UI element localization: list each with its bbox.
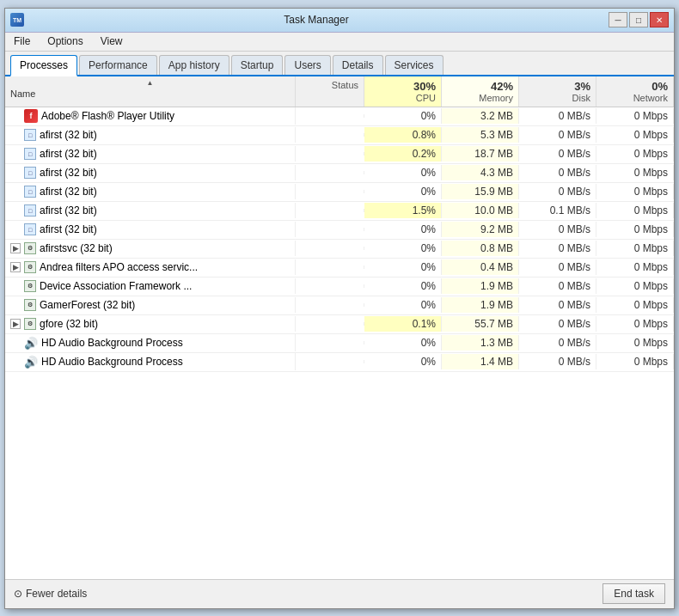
tab-services[interactable]: Services	[385, 55, 443, 75]
network-pct: 0%	[602, 80, 668, 93]
disk-cell: 0 MB/s	[519, 146, 596, 162]
table-row[interactable]: □ afirst (32 bit) 1.5% 10.0 MB 0.1 MB/s …	[5, 202, 674, 221]
app-icon: □	[24, 148, 36, 160]
network-cell: 0 Mbps	[596, 203, 674, 218]
audio-icon: 🔊	[24, 336, 38, 350]
process-name: Device Association Framework ...	[40, 280, 192, 292]
status-cell	[296, 265, 364, 269]
end-task-button[interactable]: End task	[603, 583, 665, 604]
table-row[interactable]: ▶ ⚙ gfore (32 bit) 0.1% 55.7 MB 0 MB/s 0…	[5, 315, 674, 334]
disk-cell: 0 MB/s	[519, 297, 596, 313]
disk-cell: 0 MB/s	[519, 165, 596, 180]
tab-details[interactable]: Details	[333, 55, 383, 75]
process-name-cell: ▶ ⚙ afirstsvc (32 bit)	[5, 241, 296, 256]
service-icon: ⚙	[24, 299, 36, 311]
table-row[interactable]: ▶ ⚙ Andrea filters APO access servic... …	[5, 259, 674, 278]
process-name-cell: 🔊 HD Audio Background Process	[5, 334, 296, 351]
process-name-cell: ⚙ Device Association Framework ...	[5, 278, 296, 294]
table-row[interactable]: □ afirst (32 bit) 0% 9.2 MB 0 MB/s 0 Mbp…	[5, 221, 674, 240]
process-name: afirst (32 bit)	[40, 129, 97, 141]
status-cell	[296, 190, 364, 193]
table-row[interactable]: f Adobe® Flash® Player Utility 0% 3.2 MB…	[5, 107, 674, 126]
disk-cell: 0.1 MB/s	[519, 203, 596, 218]
process-name: afirst (32 bit)	[40, 223, 97, 235]
network-cell: 0 Mbps	[596, 184, 674, 199]
cpu-cell: 0.8%	[364, 127, 442, 143]
column-header-status[interactable]: Status	[296, 76, 364, 107]
network-cell: 0 Mbps	[596, 297, 674, 313]
tab-processes[interactable]: Processes	[10, 55, 77, 76]
table-row[interactable]: □ afirst (32 bit) 0.8% 5.3 MB 0 MB/s 0 M…	[5, 126, 674, 145]
process-name: Andrea filters APO access servic...	[40, 261, 198, 273]
network-cell: 0 Mbps	[596, 316, 674, 332]
expand-button[interactable]: ▶	[10, 319, 21, 329]
process-name: GamerForest (32 bit)	[40, 299, 135, 311]
memory-cell: 55.7 MB	[442, 316, 519, 332]
window-controls: ─ □ ✕	[609, 12, 669, 27]
table-row[interactable]: 🔊 HD Audio Background Process 0% 1.3 MB …	[5, 334, 674, 353]
table-row[interactable]: 🔊 HD Audio Background Process 0% 1.4 MB …	[5, 353, 674, 372]
cpu-pct: 30%	[370, 80, 436, 93]
tab-performance[interactable]: Performance	[79, 55, 157, 75]
cpu-cell: 0%	[364, 335, 442, 351]
table-row[interactable]: □ afirst (32 bit) 0.2% 18.7 MB 0 MB/s 0 …	[5, 145, 674, 164]
table-row[interactable]: ▶ ⚙ afirstsvc (32 bit) 0% 0.8 MB 0 MB/s …	[5, 240, 674, 259]
column-header-memory[interactable]: 42% Memory	[442, 76, 519, 107]
disk-cell: 0 MB/s	[519, 184, 596, 199]
process-name-cell: □ afirst (32 bit)	[5, 165, 296, 180]
table-row[interactable]: □ afirst (32 bit) 0% 4.3 MB 0 MB/s 0 Mbp…	[5, 164, 674, 183]
service-icon: ⚙	[24, 261, 36, 273]
cpu-cell: 0.1%	[364, 316, 442, 332]
table-body: f Adobe® Flash® Player Utility 0% 3.2 MB…	[5, 107, 674, 579]
tab-users[interactable]: Users	[284, 55, 330, 75]
process-table: ▲ Name Status 30% CPU 42% Memory 3% Disk…	[5, 76, 674, 579]
tab-startup[interactable]: Startup	[231, 55, 284, 75]
name-column-label: Name	[10, 87, 290, 99]
table-row[interactable]: ⚙ Device Association Framework ... 0% 1.…	[5, 278, 674, 296]
service-icon: ⚙	[24, 318, 36, 330]
menu-options[interactable]: Options	[44, 34, 86, 49]
process-name-cell: ▶ ⚙ gfore (32 bit)	[5, 316, 296, 332]
process-name: afirst (32 bit)	[40, 186, 97, 198]
column-header-network[interactable]: 0% Network	[596, 76, 674, 107]
process-name: afirst (32 bit)	[40, 167, 97, 179]
status-cell	[296, 133, 364, 137]
maximize-button[interactable]: □	[629, 12, 648, 27]
process-name-cell: f Adobe® Flash® Player Utility	[5, 107, 296, 125]
menu-bar: File Options View	[5, 33, 674, 52]
memory-cell: 0.8 MB	[442, 241, 519, 256]
disk-pct: 3%	[524, 80, 590, 93]
fewer-details-button[interactable]: ⊙ Fewer details	[14, 588, 87, 600]
menu-view[interactable]: View	[97, 34, 126, 49]
disk-cell: 0 MB/s	[519, 108, 596, 124]
process-name-cell: ▶ ⚙ Andrea filters APO access servic...	[5, 259, 296, 275]
process-name: afirst (32 bit)	[40, 148, 97, 160]
menu-file[interactable]: File	[10, 34, 34, 49]
column-header-cpu[interactable]: 30% CPU	[364, 76, 442, 107]
audio-icon: 🔊	[24, 355, 38, 369]
disk-cell: 0 MB/s	[519, 259, 596, 275]
column-header-disk[interactable]: 3% Disk	[519, 76, 596, 107]
table-row[interactable]: ⚙ GamerForest (32 bit) 0% 1.9 MB 0 MB/s …	[5, 296, 674, 315]
status-cell	[296, 247, 364, 250]
expand-button[interactable]: ▶	[10, 243, 21, 253]
memory-cell: 15.9 MB	[442, 184, 519, 199]
disk-cell: 0 MB/s	[519, 354, 596, 369]
status-cell	[296, 284, 364, 288]
column-header-name[interactable]: ▲ Name	[5, 76, 296, 107]
minimize-button[interactable]: ─	[609, 12, 627, 27]
cpu-cell: 0%	[364, 222, 442, 237]
status-cell	[296, 171, 364, 174]
process-name: HD Audio Background Process	[41, 356, 183, 368]
expand-button[interactable]: ▶	[10, 262, 21, 272]
table-row[interactable]: □ afirst (32 bit) 0% 15.9 MB 0 MB/s 0 Mb…	[5, 183, 674, 202]
close-button[interactable]: ✕	[650, 12, 669, 27]
process-name-cell: □ afirst (32 bit)	[5, 184, 296, 199]
footer: ⊙ Fewer details End task	[5, 579, 674, 608]
service-icon: ⚙	[24, 242, 36, 254]
tab-app-history[interactable]: App history	[159, 55, 229, 75]
network-cell: 0 Mbps	[596, 222, 674, 237]
network-cell: 0 Mbps	[596, 241, 674, 256]
process-name-cell: 🔊 HD Audio Background Process	[5, 353, 296, 370]
window-title: Task Manager	[24, 14, 609, 26]
